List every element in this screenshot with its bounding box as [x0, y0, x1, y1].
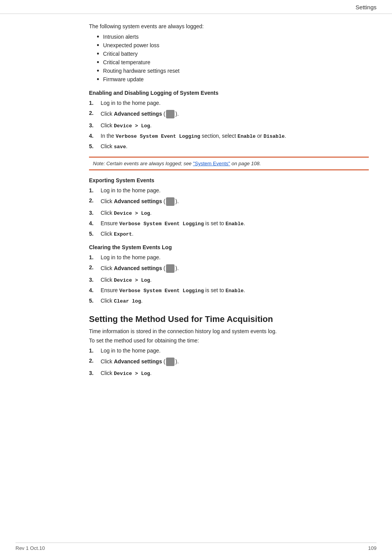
clr-step-2: 2. Click Advanced settings ().	[89, 264, 369, 273]
list-item: Critical temperature	[97, 59, 369, 66]
step-5: 5. Click save.	[89, 143, 369, 150]
footer-left: Rev 1 Oct.10	[15, 545, 45, 551]
exporting-heading: Exporting System Events	[89, 177, 369, 183]
clearing-steps: 1. Log in to the home page. 2. Click Adv…	[89, 254, 369, 304]
advanced-settings-icon	[166, 358, 175, 366]
clr-step-4: 4. Ensure Verbose System Event Logging i…	[89, 287, 369, 294]
enabling-heading: Enabling and Disabling Logging of System…	[89, 90, 369, 96]
list-item: Firmware update	[97, 76, 369, 83]
clr-step-5: 5. Click Clear log.	[89, 298, 369, 304]
page-content: The following system events are always l…	[0, 14, 392, 405]
time-intro-2: To set the method used for obtaining the…	[89, 337, 369, 344]
clr-step-3: 3. Click Device > Log.	[89, 277, 369, 283]
exp-step-3: 3. Click Device > Log.	[89, 210, 369, 216]
time-step-2: 2. Click Advanced settings ().	[89, 358, 369, 366]
advanced-settings-icon	[166, 264, 175, 273]
exp-step-5: 5. Click Export.	[89, 231, 369, 237]
list-item: Routing hardware settings reset	[97, 67, 369, 74]
page-footer: Rev 1 Oct.10 109	[15, 543, 377, 551]
exp-step-2: 2. Click Advanced settings ().	[89, 197, 369, 206]
list-item: Unexpected power loss	[97, 42, 369, 49]
header-title: Settings	[356, 4, 377, 10]
intro-text: The following system events are always l…	[89, 23, 369, 29]
advanced-settings-icon	[166, 197, 175, 206]
step-3: 3. Click Device > Log.	[89, 122, 369, 129]
advanced-settings-icon	[166, 110, 175, 118]
time-steps: 1. Log in to the home page. 2. Click Adv…	[89, 347, 369, 377]
exporting-steps: 1. Log in to the home page. 2. Click Adv…	[89, 187, 369, 237]
page-header: Settings	[0, 0, 392, 14]
always-logged-list: Intrusion alerts Unexpected power loss C…	[97, 33, 369, 83]
exp-step-4: 4. Ensure Verbose System Event Logging i…	[89, 220, 369, 227]
clearing-heading: Clearing the System Events Log	[89, 244, 369, 250]
list-item: Critical battery	[97, 50, 369, 57]
footer-right: 109	[368, 545, 377, 551]
time-intro-1: Time information is stored in the connec…	[89, 328, 369, 334]
time-heading: Setting the Method Used for Time Acquisi…	[89, 314, 369, 324]
exp-step-1: 1. Log in to the home page.	[89, 187, 369, 193]
time-step-1: 1. Log in to the home page.	[89, 347, 369, 354]
time-step-3: 3. Click Device > Log.	[89, 370, 369, 377]
step-2: 2. Click Advanced settings ().	[89, 110, 369, 118]
clr-step-1: 1. Log in to the home page.	[89, 254, 369, 260]
list-item: Intrusion alerts	[97, 33, 369, 40]
note-box: Note: Certain events are always logged; …	[89, 157, 369, 170]
enabling-steps: 1. Log in to the home page. 2. Click Adv…	[89, 100, 369, 150]
system-events-link[interactable]: "System Events"	[193, 161, 230, 166]
step-4: 4. In the Verbose System Event Logging s…	[89, 133, 369, 139]
step-1: 1. Log in to the home page.	[89, 100, 369, 106]
